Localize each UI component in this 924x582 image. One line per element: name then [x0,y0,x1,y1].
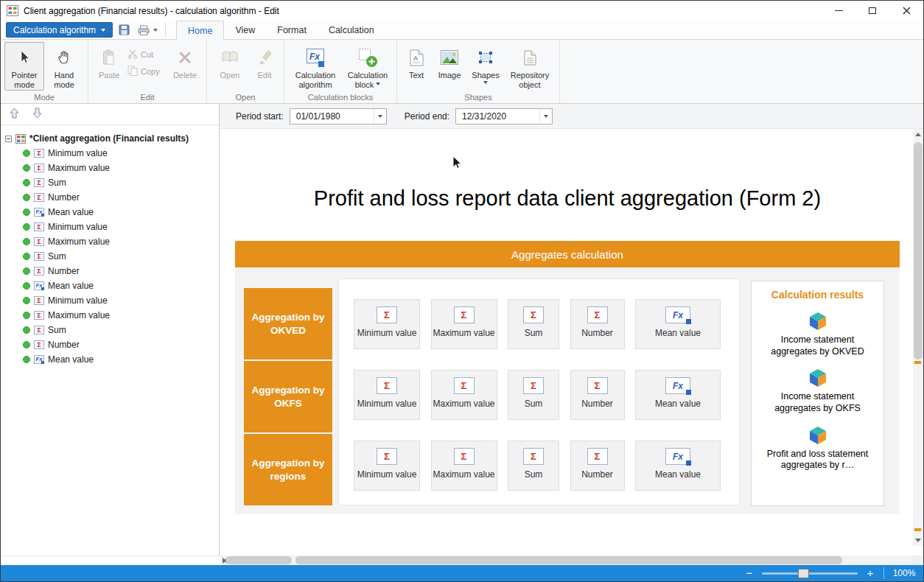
tree-item-label: Mean value [48,354,94,365]
minimize-button[interactable] [822,1,855,21]
result-item-label: Profit and loss statement aggregates by … [766,449,869,471]
calc-block-mean-value[interactable]: FxMean value [635,370,721,420]
calc-block-sum[interactable]: ΣSum [508,370,559,420]
paste-button[interactable]: Paste [92,42,126,91]
maximize-button[interactable] [855,1,889,21]
scroll-right-button[interactable] [220,555,229,565]
calc-block-mean-value[interactable]: FxMean value [635,299,721,349]
calc-block-maximum-value[interactable]: ΣMaximum value [431,441,497,491]
zoom-in-button[interactable]: + [862,566,878,581]
cut-button[interactable]: Cut [126,47,167,62]
tree-item-label: Maximum value [48,310,110,320]
calc-block-minimum-value[interactable]: ΣMinimum value [354,441,420,491]
tree-item-maximum-value[interactable]: ΣMaximum value [5,308,216,323]
tree-item-maximum-value[interactable]: ΣMaximum value [5,234,216,249]
save-button[interactable] [115,22,133,38]
delete-icon [178,46,192,69]
result-item[interactable]: Profit and loss statement aggregates by … [766,425,869,471]
status-dot-icon [23,297,30,304]
sigma-icon: Σ [587,448,608,465]
tree-item-sum[interactable]: ΣSum [5,249,216,264]
aggregation-by-okved-block[interactable]: Aggregation by OKVED [244,288,332,360]
calc-block-maximum-value[interactable]: ΣMaximum value [431,299,497,349]
result-item[interactable]: Income statement aggregates by OKFS [766,368,869,414]
quick-access-dropdown-icon[interactable] [153,29,158,34]
calculation-algorithm-label: Calculation algorithm [289,71,342,90]
close-button[interactable] [889,1,923,21]
vertical-scrollbar-thumb[interactable] [914,142,923,360]
result-item[interactable]: Income statement aggregates by OKVED [766,311,869,357]
ribbon-group-open: Open Edit Open [207,40,284,103]
calc-block-minimum-value[interactable]: ΣMinimum value [354,299,420,349]
move-down-button[interactable] [32,108,42,121]
scroll-up-button[interactable] [913,129,923,139]
aggregation-by-okfs-block[interactable]: Aggregation by OKFS [244,361,332,432]
move-up-button[interactable] [10,108,19,121]
calc-block-number[interactable]: ΣNumber [570,299,625,349]
tab-format[interactable]: Format [266,21,318,39]
calc-block-number[interactable]: ΣNumber [570,441,625,491]
algorithm-canvas[interactable]: Profit and loss report data client aggre… [220,129,913,546]
zoom-slider-thumb[interactable] [798,569,809,578]
tree-item-mean-value[interactable]: FxMean value [5,205,216,220]
image-button[interactable]: Image [432,42,467,91]
tree-item-mean-value[interactable]: FxMean value [5,278,216,293]
scroll-down-button[interactable] [913,536,923,546]
combo-dropdown-button[interactable] [374,109,386,124]
calc-block-mean-value[interactable]: FxMean value [635,441,721,491]
calc-block-number[interactable]: ΣNumber [570,370,625,420]
period-start-select[interactable]: 01/01/1980 [290,108,387,125]
calc-block-maximum-value[interactable]: ΣMaximum value [431,370,497,420]
pointer-mode-button[interactable]: Pointer mode [4,42,44,91]
group-block-label: Aggregation by regions [251,457,325,483]
combo-dropdown-button[interactable] [539,109,552,124]
hand-mode-button[interactable]: Hand mode [44,42,84,91]
tree-item-maximum-value[interactable]: ΣMaximum value [5,161,216,175]
horizontal-scrollbar-thumb[interactable] [295,556,842,564]
shapes-button[interactable]: Shapes [467,42,504,91]
zoom-out-button[interactable]: − [741,566,757,581]
tree-item-number[interactable]: ΣNumber [5,264,216,278]
calc-block-label: Mean value [655,469,701,480]
canvas-title[interactable]: Profit and loss report data client aggre… [235,186,900,211]
sigma-icon: Σ [34,164,44,172]
tab-home[interactable]: Home [176,21,224,40]
aggregates-container[interactable]: Aggregation by OKVED Aggregation by OKFS… [235,267,900,514]
tab-view[interactable]: View [224,21,266,39]
collapse-icon[interactable]: – [5,136,12,142]
aggregation-by-regions-block[interactable]: Aggregation by regions [244,434,332,505]
calculation-block-button[interactable]: Calculation block [343,42,393,91]
tree-item-sum[interactable]: ΣSum [5,175,216,190]
tree-item-minimum-value[interactable]: ΣMinimum value [5,146,216,161]
aggregates-calculation-header[interactable]: Aggregates calculation [235,241,900,267]
sigma-icon: Σ [587,377,608,394]
repository-object-button[interactable]: Repository object [504,42,556,91]
open-button[interactable]: Open [211,42,249,91]
copy-button[interactable]: Copy [126,64,167,79]
edit-button[interactable]: Edit [249,42,280,91]
calc-block-sum[interactable]: ΣSum [508,299,559,349]
tree-item-number[interactable]: ΣNumber [5,190,216,205]
zoom-slider[interactable] [762,572,858,575]
tree-item-sum[interactable]: ΣSum [5,323,216,337]
period-end-select[interactable]: 12/31/2020 [455,108,553,125]
delete-button[interactable]: Delete [167,42,203,91]
horizontal-scrollbar-thumb[interactable] [225,556,292,564]
arrow-down-icon [32,108,42,119]
calculation-algorithm-menu-button[interactable]: Calculation algorithm [6,22,113,38]
tree-item-minimum-value[interactable]: ΣMinimum value [5,220,216,234]
calc-block-sum[interactable]: ΣSum [508,441,559,491]
tree-root-node[interactable]: – *Client aggregation (Financial results… [5,131,216,146]
zoom-level[interactable]: 100% [889,568,919,578]
text-button[interactable]: A Text [401,42,432,91]
tree-item-minimum-value[interactable]: ΣMinimum value [5,293,216,308]
tab-calculation[interactable]: Calculation [318,21,385,39]
calculation-results-panel[interactable]: Calculation results Income statement agg… [751,281,884,506]
calculation-algorithm-button[interactable]: Fx Calculation algorithm [288,42,343,91]
print-button[interactable] [135,22,153,38]
vertical-scrollbar[interactable] [913,129,923,546]
tree-item-number[interactable]: ΣNumber [5,337,216,352]
horizontal-scrollbar[interactable] [220,555,913,565]
tree-item-mean-value[interactable]: FxMean value [5,352,216,367]
calc-block-minimum-value[interactable]: ΣMinimum value [354,370,420,420]
